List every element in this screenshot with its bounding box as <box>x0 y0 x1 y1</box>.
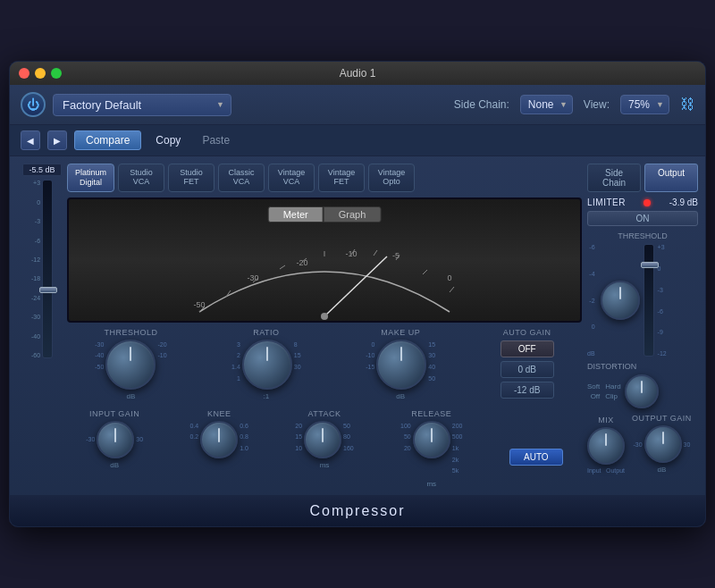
limiter-on-button[interactable]: ON <box>587 211 698 226</box>
mix-knob[interactable] <box>587 427 625 465</box>
limiter-section: LIMITER -3.9 dB ON <box>587 197 698 226</box>
side-chain-tab[interactable]: Side Chain <box>587 164 641 192</box>
distortion-section: DISTORTION Soft Hard Off Clip <box>587 362 698 408</box>
power-button[interactable]: ⏻ <box>21 92 46 117</box>
limiter-header: LIMITER -3.9 dB <box>587 197 698 207</box>
threshold-knob[interactable] <box>105 340 156 390</box>
plugin-window: Audio 1 ⏻ Factory Default Side Chain: No… <box>9 61 706 527</box>
paste-button[interactable]: Paste <box>195 131 237 149</box>
tab-studio-vca[interactable]: StudioVCA <box>118 164 164 192</box>
output-tab[interactable]: Output <box>644 164 698 192</box>
threshold-control: THRESHOLD -30-40-50 -20-10 dB <box>95 328 166 400</box>
input-gain-label: INPUT GAIN <box>89 409 139 418</box>
knee-control: KNEE 0.40.2 0.60.81.0 <box>189 409 248 458</box>
knee-knob[interactable] <box>200 421 238 458</box>
tab-vintage-opto[interactable]: VintageOpto <box>368 164 415 192</box>
threshold-label: THRESHOLD <box>104 328 157 337</box>
svg-text:-30: -30 <box>247 273 258 282</box>
toolbar-row: ◀ ▶ Compare Copy Paste <box>10 125 705 156</box>
side-chain-label: Side Chain: <box>454 98 509 111</box>
limiter-fader[interactable] <box>644 244 654 357</box>
makeup-unit: dB <box>396 392 405 400</box>
makeup-knob[interactable] <box>376 340 426 390</box>
svg-line-16 <box>450 287 454 292</box>
makeup-label: MAKE UP <box>381 328 420 337</box>
maximize-button[interactable] <box>51 68 62 79</box>
svg-text:0: 0 <box>447 273 451 282</box>
svg-line-15 <box>423 270 427 274</box>
plugin-main: -5.5 dB +3 0 -3 -6 -12 -18 -24 -30 -40 -… <box>10 156 705 495</box>
right-panel: Side Chain Output LIMITER -3.9 dB ON THR… <box>582 164 698 488</box>
input-gain-fader[interactable] <box>42 180 53 358</box>
copy-button[interactable]: Copy <box>148 131 188 149</box>
release-unit: ms <box>426 480 436 488</box>
title-bar: Audio 1 <box>10 62 705 85</box>
preset-select[interactable]: Factory Default <box>53 94 231 116</box>
mix-control: MIX Input Output <box>587 416 625 474</box>
view-label: View: <box>584 98 610 111</box>
center-section: PlatinumDigital StudioVCA StudioFET Clas… <box>67 164 582 488</box>
auto-release-button[interactable]: AUTO <box>509 449 563 466</box>
nav-forward-button[interactable]: ▶ <box>47 130 67 150</box>
svg-line-9 <box>280 265 285 269</box>
ratio-unit: :1 <box>264 392 270 400</box>
output-gain-control: OUTPUT GAIN -30 30 dB <box>632 414 692 474</box>
zero-db-button[interactable]: 0 dB <box>500 361 554 378</box>
input-gain-knob[interactable] <box>97 421 134 458</box>
sc-output-tabs: Side Chain Output <box>587 164 698 192</box>
tab-vintage-fet[interactable]: VintageFET <box>318 164 365 192</box>
attack-label: ATTACK <box>307 409 341 418</box>
plugin-title: Compressor <box>309 503 405 518</box>
tab-vintage-vca[interactable]: VintageVCA <box>268 164 315 192</box>
release-control: RELEASE 1005020 2005001k2k5k ms <box>400 409 462 488</box>
limiter-threshold-knob[interactable] <box>601 281 640 320</box>
limiter-threshold-section: THRESHOLD -6 -4 -2 0 dB +3 0 <box>587 231 698 357</box>
distortion-label: DISTORTION <box>587 362 698 371</box>
soft-label: Soft <box>587 382 600 391</box>
minimize-button[interactable] <box>35 68 46 79</box>
auto-gain-control: AUTO GAIN OFF 0 dB -12 dB <box>500 328 554 399</box>
limiter-value: -3.9 dB <box>669 197 698 207</box>
compare-button[interactable]: Compare <box>74 130 141 150</box>
auto-gain-off-button[interactable]: OFF <box>500 340 554 357</box>
compressor-type-tabs: PlatinumDigital StudioVCA StudioFET Clas… <box>67 164 582 192</box>
knee-label: KNEE <box>207 409 231 418</box>
header-right: Side Chain: None ▼ View: 75% ▼ ⛓ <box>454 95 694 114</box>
ratio-knob[interactable] <box>242 340 292 390</box>
release-knob[interactable] <box>413 421 450 458</box>
release-label: RELEASE <box>411 409 451 418</box>
makeup-control: MAKE UP 0-10-15 15304050 dB <box>366 328 435 400</box>
attack-unit: ms <box>320 461 330 469</box>
ratio-control: RATIO 321.41 81530 :1 <box>231 328 301 400</box>
side-chain-select[interactable]: None <box>520 95 573 114</box>
tab-classic-vca[interactable]: ClassicVCA <box>218 164 265 192</box>
mix-label: MIX <box>598 416 614 424</box>
footer: Compressor <box>10 495 705 526</box>
attack-knob[interactable] <box>304 421 341 458</box>
tab-studio-fet[interactable]: StudioFET <box>168 164 214 192</box>
distortion-knob[interactable] <box>625 374 659 408</box>
meter-tab-button[interactable]: Meter <box>268 206 324 223</box>
input-gain-thumb[interactable] <box>39 287 57 293</box>
meter-display: Meter Graph -50 -30 <box>67 197 582 323</box>
chain-icon[interactable]: ⛓ <box>680 97 694 113</box>
close-button[interactable] <box>19 68 29 79</box>
header-left: ⏻ Factory Default <box>21 92 231 117</box>
input-gain-unit: dB <box>110 461 119 469</box>
input-gain-value: -5.5 dB <box>22 164 62 176</box>
window-title: Audio 1 <box>340 67 376 80</box>
auto-release-control: AUTO <box>509 409 563 466</box>
tab-platinum-digital[interactable]: PlatinumDigital <box>67 164 114 192</box>
limiter-led <box>644 199 651 206</box>
output-gain-knob[interactable] <box>644 425 682 463</box>
view-select[interactable]: 75% <box>620 95 669 114</box>
svg-line-17 <box>324 256 387 316</box>
graph-tab-button[interactable]: Graph <box>324 206 382 223</box>
nav-back-button[interactable]: ◀ <box>21 130 40 150</box>
limiter-threshold-label: THRESHOLD <box>587 231 698 240</box>
minus12-db-button[interactable]: -12 dB <box>500 382 554 399</box>
clip-label: Clip <box>605 392 618 400</box>
output-gain-unit: dB <box>658 466 667 474</box>
limiter-fader-thumb[interactable] <box>641 262 659 268</box>
svg-point-18 <box>321 313 328 320</box>
